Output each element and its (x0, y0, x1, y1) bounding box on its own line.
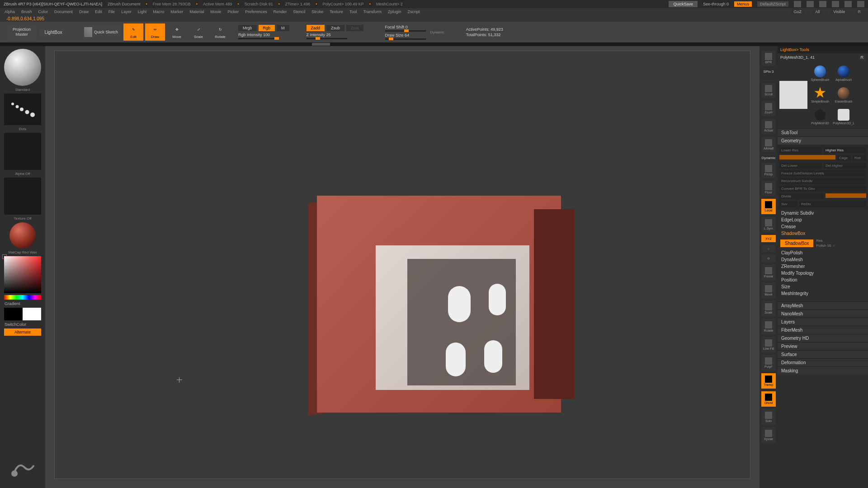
move-view-button[interactable]: Move (761, 283, 776, 298)
section-claypolish[interactable]: ClayPolish (778, 249, 868, 256)
tool-eraserbrush[interactable]: EraserBrush (833, 85, 854, 105)
quicksave-button[interactable]: QuickSave (669, 1, 698, 7)
tool-spherebrush[interactable]: SphereBrush (809, 63, 831, 83)
menu-light[interactable]: Light (138, 9, 147, 14)
canvas-viewport[interactable] (54, 51, 750, 479)
menu-preferences[interactable]: Preferences (245, 9, 267, 14)
section-layers[interactable]: Layers (778, 318, 868, 326)
menu-color[interactable]: Color (38, 9, 48, 14)
actual-button[interactable]: Actual (761, 119, 776, 134)
menu-zplugin[interactable]: Zplugin (388, 9, 401, 14)
circle-button[interactable]: ○ (761, 245, 776, 252)
section-surface[interactable]: Surface (778, 350, 868, 358)
lightbox-button[interactable]: LightBox (39, 28, 68, 37)
switchcolor-button[interactable]: SwitchColor (5, 322, 26, 327)
rgb-button[interactable]: Rgb (259, 25, 275, 31)
shadowbox-button[interactable]: ShadowBox (780, 239, 813, 247)
del-lower-button[interactable]: Del Lower (779, 163, 822, 169)
tool-polymesh3d[interactable]: PolyMesh3D (809, 107, 831, 127)
section-arraymesh[interactable]: ArrayMesh (778, 301, 868, 310)
seethrough-slider[interactable]: See-through 0 (703, 2, 729, 6)
all-button[interactable]: All (811, 9, 823, 14)
close-icon[interactable] (857, 1, 864, 7)
section-fibermesh[interactable]: FiberMesh (778, 326, 868, 334)
hue-slider[interactable] (4, 295, 41, 300)
menu-marker[interactable]: Marker (170, 9, 183, 14)
draw-size-slider[interactable] (385, 38, 426, 40)
window-icon[interactable] (819, 1, 826, 7)
menu-stroke[interactable]: Stroke (311, 9, 323, 14)
persp-button[interactable]: Persp (761, 163, 776, 178)
solo-button[interactable]: Solo (761, 409, 776, 425)
xyz-button[interactable]: XYZ (761, 235, 776, 242)
scale-view-button[interactable]: Scale (761, 301, 776, 316)
defaultzscript-button[interactable]: DefaultZScript (757, 1, 788, 7)
menu-brush[interactable]: Brush (21, 9, 32, 14)
m-button[interactable]: M (277, 25, 289, 31)
visible-button[interactable]: Visible (830, 9, 849, 14)
reconstruct-button[interactable]: Reconstruct Subdiv (779, 178, 866, 184)
lsym-button[interactable]: L.Sym (761, 217, 776, 232)
menu-render[interactable]: Render (274, 9, 287, 14)
section-position[interactable]: Position (778, 277, 868, 283)
divide-button[interactable]: Divide (779, 193, 824, 199)
section-deformation[interactable]: Deformation (778, 358, 868, 366)
menu-zscript[interactable]: Zscript (408, 9, 420, 14)
current-tool-thumb[interactable] (779, 81, 807, 109)
zadd-button[interactable]: Zadd (307, 25, 325, 31)
rotate-mode-button[interactable]: ↻Rotate (210, 23, 230, 41)
polish-slider-label[interactable]: Polish 10 (816, 244, 831, 248)
window-icon[interactable] (807, 1, 814, 7)
xpose-button[interactable]: Xpose (761, 427, 776, 443)
section-size[interactable]: Size (778, 283, 868, 290)
material-picker[interactable] (9, 222, 36, 249)
menu-edit[interactable]: Edit (95, 9, 102, 14)
maximize-icon[interactable] (844, 1, 852, 7)
linefill-button[interactable]: Line Fill (761, 337, 776, 352)
section-masking[interactable]: Masking (778, 366, 868, 375)
aahalf-button[interactable]: AAHalf (761, 137, 776, 152)
draw-size-label[interactable]: Draw Size 64 (385, 33, 410, 38)
polyf-button[interactable]: PolyF (761, 355, 776, 371)
edit-mode-button[interactable]: ✎Edit (123, 23, 143, 41)
quick-sketch-button[interactable]: Quick Sketch (80, 25, 122, 39)
z-intensity-label[interactable]: Z Intensity 25 (307, 33, 331, 37)
section-crease[interactable]: Crease (778, 223, 868, 230)
canvas-scroll-indicator[interactable] (0, 42, 868, 46)
window-icon[interactable] (794, 1, 801, 7)
section-preview[interactable]: Preview (778, 342, 868, 350)
section-edgeloop[interactable]: EdgeLoop (778, 216, 868, 223)
section-dynamesh[interactable]: DynaMesh (778, 256, 868, 263)
texture-picker[interactable] (4, 178, 41, 215)
ghost-button[interactable]: Ghost (761, 391, 776, 407)
menu-file[interactable]: File (108, 9, 115, 14)
goz-button[interactable]: GoZ (790, 9, 806, 14)
section-geometry[interactable]: Geometry (778, 136, 868, 145)
menu-layer[interactable]: Layer (121, 9, 132, 14)
lower-res-button[interactable]: Lower Res (779, 147, 822, 153)
section-meshintegrity[interactable]: MeshIntegrity (778, 290, 868, 297)
section-zremesher[interactable]: ZRemesher (778, 263, 868, 270)
r-toggle[interactable]: R (859, 55, 866, 60)
transp-button[interactable]: Transp (761, 373, 776, 389)
menu-draw[interactable]: Draw (79, 9, 89, 14)
rgb-intensity-slider[interactable] (238, 38, 279, 39)
sdiv-slider[interactable] (779, 155, 835, 160)
menu-stencil[interactable]: Stencil (293, 9, 305, 14)
r-button[interactable]: R (855, 9, 864, 14)
section-dynamic-subdiv[interactable]: Dynamic Subdiv (778, 210, 868, 216)
tool-simplebrush[interactable]: SimpleBrush (809, 85, 831, 105)
projection-master-button[interactable]: Projection Master (6, 23, 37, 41)
color-picker[interactable] (4, 256, 41, 293)
scroll-button[interactable]: Scroll (761, 83, 776, 98)
frame-button[interactable]: Frame (761, 265, 776, 280)
rgb-intensity-label[interactable]: Rgb Intensity 100 (238, 33, 270, 37)
gradient-label[interactable]: Gradient (5, 301, 20, 306)
minimize-icon[interactable] (832, 1, 839, 7)
brush-picker[interactable] (4, 49, 41, 86)
menu-document[interactable]: Document (54, 9, 73, 14)
focal-shift-slider[interactable] (385, 30, 426, 32)
draw-mode-button[interactable]: ✏Draw (145, 23, 165, 41)
dynamic-label[interactable]: Dynamic (430, 30, 444, 34)
menu-movie[interactable]: Movie (210, 9, 221, 14)
